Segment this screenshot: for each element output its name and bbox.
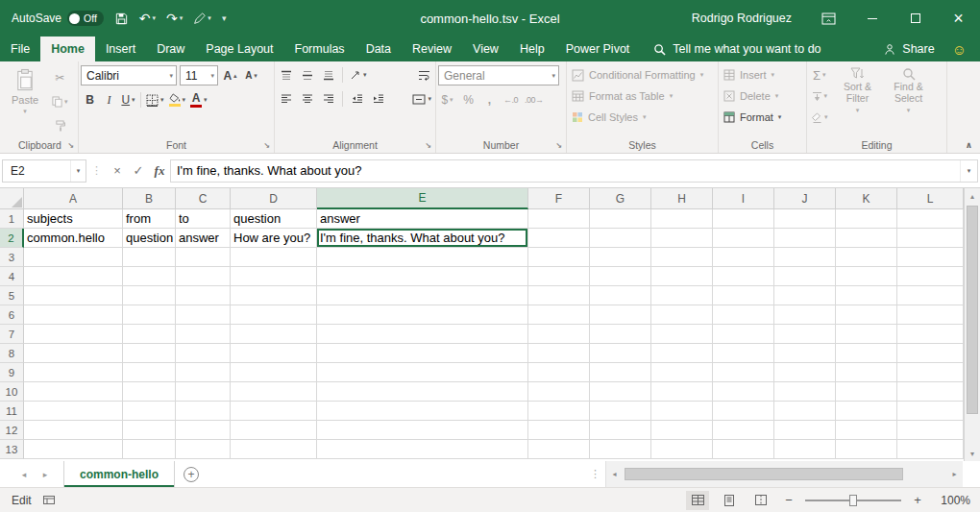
cell-J5[interactable] (774, 286, 836, 305)
vertical-scroll-thumb[interactable] (967, 206, 978, 414)
tab-formulas[interactable]: Formulas (284, 37, 355, 61)
horizontal-scroll-thumb[interactable] (625, 468, 903, 480)
macro-record-icon[interactable] (43, 496, 55, 504)
paste-button[interactable]: Paste ▾ (4, 65, 46, 137)
cell-G4[interactable] (590, 267, 651, 286)
cell-J1[interactable] (774, 209, 836, 229)
zoom-out-button[interactable]: − (781, 493, 796, 507)
cell-E11[interactable] (317, 402, 528, 421)
cell-E8[interactable] (317, 344, 528, 363)
cell-C10[interactable] (176, 382, 231, 402)
cell-I11[interactable] (713, 402, 774, 421)
cell-E2[interactable]: I'm fine, thanks. What about you? (317, 229, 528, 248)
cell-I10[interactable] (713, 382, 774, 402)
cell-I1[interactable] (713, 209, 774, 229)
new-sheet-button[interactable]: + (175, 461, 208, 487)
cell-K8[interactable] (836, 344, 897, 363)
cell-A6[interactable] (24, 305, 123, 325)
cell-B9[interactable] (123, 363, 176, 382)
cell-K9[interactable] (836, 363, 897, 382)
row-header-13[interactable]: 13 (0, 440, 24, 459)
cell-F8[interactable] (528, 344, 590, 363)
save-button[interactable] (114, 12, 129, 26)
undo-button[interactable]: ↶ ▾ (139, 11, 156, 26)
cell-F7[interactable] (528, 325, 590, 344)
tab-data[interactable]: Data (355, 37, 402, 61)
redo-button[interactable]: ↷ ▾ (166, 11, 183, 26)
cell-B3[interactable] (123, 248, 176, 267)
scroll-down-arrow[interactable]: ▾ (965, 446, 980, 461)
cell-K11[interactable] (836, 402, 897, 421)
row-header-6[interactable]: 6 (0, 305, 24, 325)
column-header-A[interactable]: A (24, 188, 123, 209)
cell-A2[interactable]: common.hello (24, 229, 123, 248)
tab-view[interactable]: View (462, 37, 509, 61)
cell-C2[interactable]: answer (176, 229, 231, 248)
column-header-J[interactable]: J (774, 188, 836, 209)
zoom-level[interactable]: 100% (934, 494, 970, 507)
cell-I8[interactable] (713, 344, 774, 363)
column-header-B[interactable]: B (123, 188, 176, 209)
increase-indent-button[interactable] (369, 89, 387, 109)
cell-G2[interactable] (590, 229, 651, 248)
cell-G5[interactable] (590, 286, 651, 305)
row-header-9[interactable]: 9 (0, 363, 24, 382)
cell-L11[interactable] (897, 402, 964, 421)
cell-A11[interactable] (24, 402, 123, 421)
cell-I9[interactable] (713, 363, 774, 382)
cell-J2[interactable] (774, 229, 836, 248)
zoom-slider[interactable] (805, 492, 901, 509)
cell-B1[interactable]: from (123, 209, 176, 229)
cell-K7[interactable] (836, 325, 897, 344)
cell-E6[interactable] (317, 305, 528, 325)
user-name[interactable]: Rodrigo Rodriguez (692, 12, 792, 25)
column-header-I[interactable]: I (713, 188, 774, 209)
cell-G8[interactable] (590, 344, 651, 363)
cell-D10[interactable] (231, 382, 317, 402)
cell-C4[interactable] (176, 267, 231, 286)
cell-J4[interactable] (774, 267, 836, 286)
cell-B4[interactable] (123, 267, 176, 286)
cell-A7[interactable] (24, 325, 123, 344)
clipboard-dialog-launcher[interactable]: ↘ (67, 141, 74, 150)
cell-B11[interactable] (123, 402, 176, 421)
percent-style-button[interactable]: % (459, 90, 478, 110)
ribbon-display-options-button[interactable] (807, 0, 850, 37)
underline-button[interactable]: U ▾ (119, 90, 137, 110)
autosave-switch[interactable]: Off (67, 11, 104, 26)
cell-J10[interactable] (774, 382, 836, 402)
cell-F1[interactable] (528, 209, 590, 229)
cell-I5[interactable] (713, 286, 774, 305)
scroll-up-arrow[interactable]: ▴ (965, 188, 980, 204)
cell-C12[interactable] (176, 421, 231, 440)
font-color-button[interactable]: A ▾ (188, 90, 209, 110)
comma-style-button[interactable]: , (480, 90, 499, 110)
cell-G13[interactable] (590, 440, 651, 459)
cell-B7[interactable] (123, 325, 176, 344)
row-header-11[interactable]: 11 (0, 402, 24, 421)
cell-E4[interactable] (317, 267, 528, 286)
customize-quick-access-button[interactable]: ▾ (222, 13, 227, 23)
cell-G10[interactable] (590, 382, 651, 402)
cell-H3[interactable] (651, 248, 713, 267)
cell-H2[interactable] (651, 229, 713, 248)
middle-align-button[interactable] (298, 65, 316, 85)
page-break-view-button[interactable] (749, 491, 772, 510)
cell-D7[interactable] (231, 325, 317, 344)
collapse-ribbon-button[interactable]: ∧ (966, 140, 972, 150)
top-align-button[interactable] (277, 65, 295, 85)
zoom-slider-thumb[interactable] (849, 495, 857, 506)
align-left-button[interactable] (277, 89, 295, 109)
cell-D11[interactable] (231, 402, 317, 421)
row-header-12[interactable]: 12 (0, 421, 24, 440)
cell-J8[interactable] (774, 344, 836, 363)
cell-K13[interactable] (836, 440, 897, 459)
cell-F13[interactable] (528, 440, 590, 459)
cell-B10[interactable] (123, 382, 176, 402)
cell-H1[interactable] (651, 209, 713, 229)
fill-button[interactable]: ▾ (809, 86, 830, 106)
sheet-nav-right[interactable]: ▸ (35, 461, 56, 487)
cell-D5[interactable] (231, 286, 317, 305)
merge-center-button[interactable]: ▾ (410, 89, 433, 109)
cell-C7[interactable] (176, 325, 231, 344)
